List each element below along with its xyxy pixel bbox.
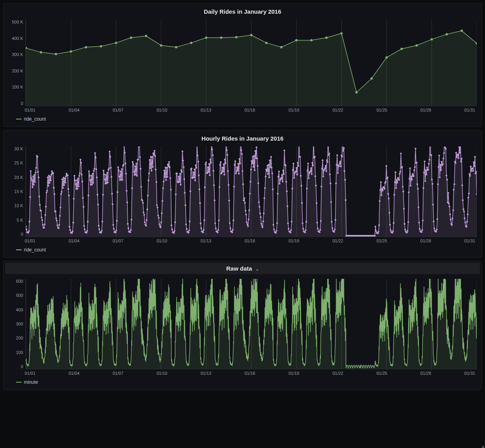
axis-tick: 15 K bbox=[14, 189, 23, 194]
svg-point-561 bbox=[328, 153, 330, 154]
chart-raw[interactable]: 6005004003002001000 bbox=[8, 279, 477, 369]
legend-hourly[interactable]: ride_count bbox=[16, 247, 477, 253]
svg-point-800 bbox=[474, 165, 475, 167]
svg-point-745 bbox=[440, 169, 442, 171]
svg-point-355 bbox=[203, 219, 205, 221]
panel-raw-data: Raw data ⌄ 6005004003002001000 01/0101/0… bbox=[3, 261, 482, 390]
panel-title-raw[interactable]: Raw data ⌄ bbox=[5, 263, 480, 274]
legend-raw[interactable]: minute bbox=[16, 379, 477, 385]
axis-tick: 01/31 bbox=[464, 108, 475, 112]
svg-point-388 bbox=[223, 174, 225, 175]
svg-point-477 bbox=[277, 176, 279, 177]
svg-point-148 bbox=[78, 186, 80, 187]
svg-point-234 bbox=[130, 229, 132, 231]
svg-point-420 bbox=[243, 200, 244, 201]
svg-point-224 bbox=[124, 152, 125, 154]
svg-point-638 bbox=[375, 230, 377, 232]
svg-point-677 bbox=[399, 173, 400, 174]
panel-title-hourly: Hourly Rides in January 2016 bbox=[8, 135, 477, 142]
svg-point-301 bbox=[171, 224, 172, 226]
svg-point-770 bbox=[455, 152, 457, 154]
y-axis-raw: 6005004003002001000 bbox=[8, 279, 25, 369]
svg-point-113 bbox=[56, 224, 58, 226]
svg-point-261 bbox=[147, 208, 148, 210]
svg-point-475 bbox=[276, 222, 278, 224]
svg-point-26 bbox=[190, 42, 192, 44]
svg-point-515 bbox=[300, 185, 302, 186]
svg-point-134 bbox=[69, 229, 71, 231]
svg-point-200 bbox=[109, 156, 111, 157]
svg-point-693 bbox=[409, 178, 410, 179]
svg-point-453 bbox=[263, 213, 264, 214]
svg-point-67 bbox=[29, 220, 30, 222]
legend-daily[interactable]: ride_count bbox=[16, 116, 477, 122]
svg-point-100 bbox=[49, 182, 50, 184]
svg-point-715 bbox=[422, 220, 423, 221]
svg-point-285 bbox=[161, 212, 163, 214]
chart-daily[interactable]: 500 K400 K300 K200 K100 K0 bbox=[8, 20, 477, 106]
svg-point-154 bbox=[81, 181, 83, 182]
svg-point-289 bbox=[163, 170, 165, 171]
axis-tick: 01/16 bbox=[244, 108, 255, 112]
panel-title-raw-text: Raw data bbox=[226, 265, 252, 272]
svg-point-246 bbox=[137, 159, 139, 160]
svg-point-708 bbox=[418, 206, 419, 208]
svg-point-439 bbox=[254, 150, 256, 152]
axis-tick: 01/07 bbox=[112, 108, 123, 112]
svg-point-185 bbox=[100, 232, 102, 233]
svg-point-426 bbox=[246, 224, 248, 225]
svg-point-354 bbox=[203, 229, 204, 231]
svg-point-132 bbox=[68, 195, 70, 196]
svg-point-173 bbox=[93, 170, 94, 172]
svg-point-537 bbox=[314, 156, 315, 157]
svg-point-357 bbox=[204, 163, 206, 165]
svg-point-539 bbox=[315, 185, 317, 186]
svg-point-61 bbox=[26, 226, 27, 227]
svg-point-344 bbox=[197, 155, 198, 156]
plot-area-hourly[interactable] bbox=[25, 146, 477, 237]
svg-point-485 bbox=[282, 170, 284, 171]
svg-point-32 bbox=[280, 46, 282, 48]
svg-point-175 bbox=[94, 152, 96, 154]
svg-point-657 bbox=[387, 177, 388, 178]
svg-point-83 bbox=[38, 195, 40, 197]
svg-point-649 bbox=[382, 190, 384, 191]
svg-point-789 bbox=[467, 213, 469, 215]
svg-point-682 bbox=[402, 186, 404, 188]
plot-area-raw[interactable] bbox=[25, 279, 477, 369]
svg-point-760 bbox=[449, 213, 451, 215]
svg-point-418 bbox=[242, 170, 243, 172]
svg-point-447 bbox=[259, 212, 261, 214]
svg-point-345 bbox=[197, 161, 199, 163]
svg-point-104 bbox=[51, 170, 52, 172]
svg-point-236 bbox=[131, 187, 133, 189]
svg-point-641 bbox=[377, 233, 378, 234]
svg-point-518 bbox=[302, 228, 304, 229]
svg-point-363 bbox=[208, 163, 210, 165]
legend-swatch-icon bbox=[16, 249, 22, 250]
svg-point-557 bbox=[326, 159, 328, 161]
plot-area-daily[interactable] bbox=[25, 20, 477, 106]
svg-point-201 bbox=[110, 167, 112, 168]
svg-point-774 bbox=[458, 157, 459, 159]
svg-point-128 bbox=[66, 173, 67, 174]
axis-tick: 25 K bbox=[14, 161, 23, 165]
svg-point-422 bbox=[244, 202, 246, 204]
svg-point-452 bbox=[262, 220, 264, 222]
svg-point-273 bbox=[154, 150, 155, 152]
axis-tick: 01/28 bbox=[420, 371, 431, 376]
svg-point-278 bbox=[157, 206, 158, 208]
svg-point-469 bbox=[273, 224, 274, 226]
axis-tick: 01/04 bbox=[69, 371, 80, 376]
legend-label-hourly: ride_count bbox=[24, 247, 46, 253]
svg-point-740 bbox=[437, 183, 439, 185]
svg-point-785 bbox=[464, 222, 466, 223]
svg-point-86 bbox=[40, 210, 42, 211]
chart-hourly[interactable]: 30 K25 K20 K15 K10 K5 K0 bbox=[8, 146, 477, 237]
svg-point-538 bbox=[315, 175, 316, 177]
svg-point-254 bbox=[142, 202, 144, 204]
svg-point-300 bbox=[170, 189, 172, 190]
svg-point-65 bbox=[27, 232, 29, 233]
svg-point-126 bbox=[64, 182, 66, 183]
svg-point-571 bbox=[335, 219, 336, 220]
